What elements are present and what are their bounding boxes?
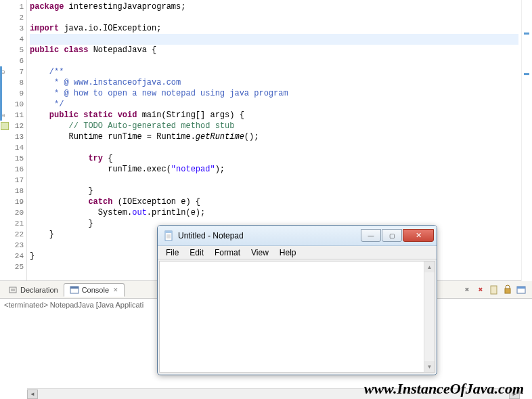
code-line[interactable]: [30, 142, 532, 153]
overview-ruler[interactable]: [521, 0, 532, 281]
line-number[interactable]: 1: [0, 1, 26, 12]
remove-launch-icon[interactable]: ✖: [462, 285, 472, 295]
scroll-lock-icon[interactable]: [502, 285, 513, 295]
tab-declaration[interactable]: Declaration: [3, 284, 64, 296]
notepad-title: Untitled - Notepad: [178, 231, 361, 240]
notepad-window: Untitled - Notepad — ▢ ✕ FileEditFormatV…: [157, 225, 437, 375]
code-line[interactable]: catch (IOException e) {: [30, 196, 532, 207]
code-line[interactable]: * @ how to open a new notepad using java…: [30, 88, 532, 99]
code-line[interactable]: System.out.println(e);: [30, 207, 532, 218]
watermark-text: www.InstanceOfJava.com: [364, 380, 524, 398]
menu-view[interactable]: View: [246, 247, 274, 259]
code-line[interactable]: [30, 175, 532, 186]
menu-format[interactable]: Format: [209, 247, 246, 259]
line-number[interactable]: 21: [0, 218, 26, 229]
minimize-button[interactable]: —: [361, 229, 381, 242]
code-line[interactable]: runTime.exec("notepad");: [30, 164, 532, 175]
scroll-left-arrow[interactable]: ◀: [27, 390, 38, 399]
line-number-gutter: 1234567891011121314151617181920212223242…: [0, 0, 27, 280]
scroll-down-arrow[interactable]: ▼: [424, 361, 435, 372]
remove-all-icon[interactable]: ✖: [475, 285, 486, 295]
line-number[interactable]: 17: [0, 175, 26, 186]
code-line[interactable]: public class NotepadJava {: [30, 45, 532, 56]
console-icon: [70, 285, 79, 295]
code-line[interactable]: */: [30, 99, 532, 110]
line-number[interactable]: 3: [0, 23, 26, 34]
line-number[interactable]: 18: [0, 186, 26, 196]
svg-rect-5: [491, 286, 497, 294]
line-number[interactable]: 13: [0, 131, 26, 142]
line-number[interactable]: 24: [0, 251, 26, 261]
line-number[interactable]: 11: [0, 110, 26, 121]
notepad-vertical-scrollbar[interactable]: ▲ ▼: [424, 261, 435, 372]
line-number[interactable]: 7: [0, 66, 26, 77]
code-line[interactable]: [30, 56, 532, 66]
close-button[interactable]: ✕: [403, 229, 434, 242]
notepad-titlebar[interactable]: Untitled - Notepad — ▢ ✕: [158, 226, 437, 246]
notepad-menubar: FileEditFormatViewHelp: [158, 246, 437, 259]
console-toolbar: ✖ ✖: [462, 285, 532, 295]
code-line[interactable]: // TODO Auto-generated method stub: [30, 121, 532, 131]
code-line[interactable]: * @ www.instanceofjava.com: [30, 77, 532, 88]
svg-rect-8: [517, 287, 525, 289]
line-number[interactable]: 6: [0, 56, 26, 66]
svg-rect-10: [165, 231, 172, 233]
svg-rect-0: [9, 287, 16, 293]
code-line[interactable]: [30, 12, 532, 23]
line-number[interactable]: 10: [0, 99, 26, 110]
code-line[interactable]: }: [30, 186, 532, 196]
line-number[interactable]: 5: [0, 45, 26, 56]
line-number[interactable]: 8: [0, 77, 26, 88]
line-number[interactable]: 23: [0, 240, 26, 251]
tab-console[interactable]: Console ✕: [64, 283, 125, 297]
clear-console-icon[interactable]: [489, 285, 500, 295]
line-number[interactable]: 16: [0, 164, 26, 175]
line-number[interactable]: 19: [0, 196, 26, 207]
code-line[interactable]: import java.io.IOException;: [30, 23, 532, 34]
close-tab-icon[interactable]: ✕: [113, 287, 118, 293]
menu-edit[interactable]: Edit: [184, 247, 209, 259]
line-number[interactable]: 25: [0, 261, 26, 272]
code-line[interactable]: package interestingJavaprograms;: [30, 1, 532, 12]
svg-rect-4: [70, 287, 79, 289]
scroll-up-arrow[interactable]: ▲: [424, 261, 435, 272]
code-line[interactable]: [30, 34, 518, 45]
window-buttons: — ▢ ✕: [361, 229, 434, 242]
line-number[interactable]: 4: [0, 34, 26, 45]
code-line[interactable]: /**: [30, 66, 532, 77]
line-number[interactable]: 22: [0, 229, 26, 240]
maximize-button[interactable]: ▢: [382, 229, 402, 242]
svg-rect-6: [505, 289, 510, 293]
tab-label: Console: [82, 286, 109, 294]
code-line[interactable]: try {: [30, 153, 532, 164]
line-number[interactable]: 9: [0, 88, 26, 99]
notepad-textarea[interactable]: ▲ ▼: [159, 261, 435, 373]
notepad-icon: [163, 230, 174, 241]
pin-console-icon[interactable]: [516, 285, 527, 295]
tab-label: Declaration: [20, 286, 58, 294]
code-line[interactable]: Runtime runTime = Runtime.getRuntime();: [30, 131, 532, 142]
line-number[interactable]: 15: [0, 153, 26, 164]
code-line[interactable]: public static void main(String[] args) {: [30, 110, 532, 121]
menu-help[interactable]: Help: [274, 247, 302, 259]
line-number[interactable]: 12: [0, 121, 26, 131]
declaration-icon: [8, 285, 18, 295]
line-number[interactable]: 20: [0, 207, 26, 218]
menu-file[interactable]: File: [160, 247, 184, 259]
line-number[interactable]: 14: [0, 142, 26, 153]
line-number[interactable]: 2: [0, 12, 26, 23]
